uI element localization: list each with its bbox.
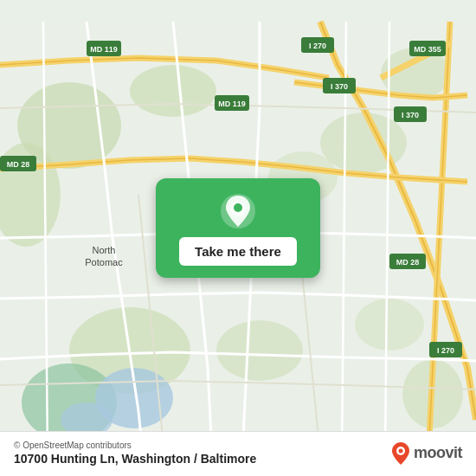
svg-text:MD 28: MD 28 <box>396 258 420 267</box>
svg-point-5 <box>130 65 216 117</box>
take-me-there-button[interactable]: Take me there <box>179 237 297 266</box>
moovit-pin-icon <box>391 441 410 466</box>
svg-text:MD 28: MD 28 <box>7 160 30 169</box>
svg-text:MD 355: MD 355 <box>414 45 441 54</box>
svg-text:Potomac: Potomac <box>85 257 123 267</box>
svg-text:I 370: I 370 <box>402 111 419 119</box>
moovit-logo: moovit <box>391 441 462 466</box>
bottom-bar: © OpenStreetMap contributors 10700 Hunti… <box>0 431 476 476</box>
svg-text:I 370: I 370 <box>331 82 348 91</box>
svg-text:North: North <box>93 245 116 255</box>
svg-text:I 270: I 270 <box>309 42 326 50</box>
svg-point-40 <box>398 448 402 453</box>
location-text: 10700 Hunting Ln, Washington / Baltimore <box>14 452 256 466</box>
svg-text:MD 119: MD 119 <box>90 45 118 54</box>
location-card: Take me there <box>156 178 320 278</box>
moovit-label: moovit <box>414 444 462 462</box>
map-container: MD 119 MD 119 I 270 MD 355 I 370 I 370 M… <box>0 0 476 476</box>
svg-point-12 <box>355 299 424 351</box>
svg-point-38 <box>234 203 242 212</box>
svg-point-11 <box>216 320 303 381</box>
svg-text:MD 119: MD 119 <box>218 100 246 108</box>
copyright-text: © OpenStreetMap contributors <box>14 441 256 450</box>
svg-text:I 270: I 270 <box>437 346 454 355</box>
pin-icon <box>219 192 257 230</box>
